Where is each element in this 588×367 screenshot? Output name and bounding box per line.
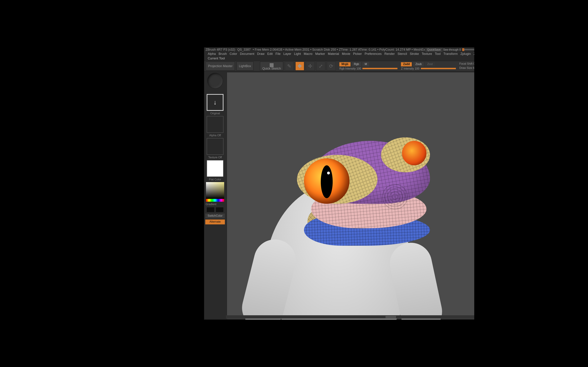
lightbox-button[interactable]: LightBox — [236, 61, 254, 71]
menu-layer[interactable]: Layer — [283, 52, 291, 56]
color-picker[interactable] — [206, 182, 224, 199]
menu-movie[interactable]: Movie — [342, 52, 350, 56]
menu-transform[interactable]: Transform — [443, 52, 458, 56]
zcut-chip[interactable]: Zcut — [425, 62, 435, 66]
move-button[interactable]: ✢ — [306, 61, 315, 71]
menu-edit[interactable]: Edit — [267, 52, 273, 56]
rgb-intensity-label: Rgb Intensity 100 — [339, 67, 361, 70]
texture-label: Texture Off — [208, 156, 222, 159]
menu-zscript[interactable]: Zscript — [474, 52, 474, 56]
alternate-button[interactable]: Alternate — [205, 219, 225, 224]
menu-draw[interactable]: Draw — [257, 52, 264, 56]
menu-stroke[interactable]: Stroke — [410, 52, 419, 56]
left-tray: ↓ Original Alpha Off Texture Off Flat Co… — [204, 71, 226, 320]
main-toolbar: Projection Master LightBox ▦Quick Sketch… — [204, 61, 474, 71]
doc-name: QS_3387 — [237, 48, 251, 51]
draw-button[interactable]: ✥ — [295, 61, 304, 71]
title-bar: ZBrush 4R7 P3 (x32) QS_3387 • Free Mem 2… — [204, 48, 474, 52]
mrgb-chip[interactable]: Mrgb — [339, 62, 350, 66]
menu-picker[interactable]: Picker — [353, 52, 362, 56]
app-name: ZBrush 4R7 P3 (x32) — [206, 48, 235, 51]
current-tool-label: Current Tool — [204, 56, 474, 61]
z-intensity-label: Z Intensity 100 — [401, 67, 419, 70]
stroke-slot[interactable]: ↓ — [207, 94, 224, 111]
quicksave-button[interactable]: QuickSave — [425, 48, 442, 51]
gradient-label: Gradient — [204, 203, 216, 206]
texture-slot[interactable] — [207, 138, 224, 155]
menu-marker[interactable]: Marker — [315, 52, 325, 56]
hue-bar[interactable] — [206, 199, 224, 202]
flatcolor-slot[interactable] — [207, 160, 224, 177]
menu-texture[interactable]: Texture — [422, 52, 432, 56]
z-intensity-slider[interactable] — [421, 68, 456, 69]
flatcolor-label: Flat Color — [209, 178, 221, 181]
material-sphere[interactable] — [207, 73, 223, 89]
menu-material[interactable]: Material — [328, 52, 339, 56]
menu-brush[interactable]: Brush — [219, 52, 227, 56]
menu-preferences[interactable]: Preferences — [365, 52, 382, 56]
menu-stencil[interactable]: Stencil — [398, 52, 407, 56]
menu-file[interactable]: File — [276, 52, 281, 56]
seethrough-slider[interactable] — [462, 49, 474, 50]
menu-document[interactable]: Document — [240, 52, 254, 56]
zsub-chip[interactable]: Zsub — [413, 62, 424, 66]
seethrough-label: See-through 0 — [443, 48, 461, 51]
rgb-chip[interactable]: Rgb — [352, 62, 361, 66]
menu-macro[interactable]: Macro — [304, 52, 312, 56]
quick-sketch-button[interactable]: ▦Quick Sketch — [260, 61, 283, 71]
rgb-intensity-slider[interactable] — [363, 68, 398, 69]
memory-stats: • Free Mem 2.064GB • Active Mem 2031 • S… — [253, 48, 425, 51]
gradient-b[interactable] — [216, 207, 224, 213]
menu-alpha[interactable]: Alpha — [208, 52, 216, 56]
m-chip[interactable]: M — [363, 62, 369, 66]
bottom-scrollbar[interactable] — [226, 315, 474, 319]
menu-zplugin[interactable]: Zplugin — [460, 52, 471, 56]
edit-button[interactable]: ✎ — [285, 61, 294, 71]
menu-tool[interactable]: Tool — [435, 52, 441, 56]
alpha-label: Alpha Off — [209, 134, 221, 137]
menu-bar: Alpha Brush Color Document Draw Edit Fil… — [204, 52, 474, 56]
zadd-chip[interactable]: Zadd — [401, 62, 412, 66]
scale-button[interactable]: ⤢ — [316, 61, 325, 71]
rotate-button[interactable]: ⟳ — [327, 61, 336, 71]
gradient-a[interactable] — [206, 207, 215, 213]
viewport[interactable] — [227, 72, 474, 319]
menu-color[interactable]: Color — [230, 52, 237, 56]
projection-master-button[interactable]: Projection Master — [206, 61, 235, 71]
draw-size-label: Draw Size 64 — [459, 67, 474, 70]
focal-shift-label: Focal Shift 0 — [459, 62, 474, 65]
model-render — [244, 102, 441, 319]
menu-light[interactable]: Light — [294, 52, 301, 56]
switchcolor-button[interactable]: SwitchColor — [205, 214, 225, 218]
menu-render[interactable]: Render — [384, 52, 395, 56]
alpha-slot[interactable] — [207, 116, 224, 133]
stroke-label: Original — [210, 112, 220, 115]
